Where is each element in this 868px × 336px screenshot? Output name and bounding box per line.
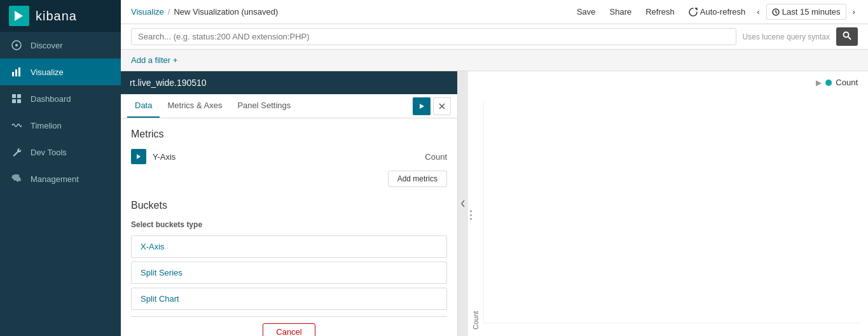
time-range-label: Last 15 minutes bbox=[782, 7, 841, 17]
sidebar-item-visualize[interactable]: Visualize bbox=[0, 59, 121, 85]
chart-content: Count bbox=[468, 94, 868, 336]
search-button[interactable] bbox=[836, 27, 858, 46]
legend-dot-count bbox=[825, 80, 832, 86]
sidebar-item-timelion-label: Timelion bbox=[31, 121, 62, 130]
tab-panel-settings-label: Panel Settings bbox=[237, 101, 291, 110]
panel-header: rt.live_wide.190510 bbox=[121, 71, 457, 94]
sidebar-item-timelion[interactable]: Timelion bbox=[0, 112, 121, 139]
tab-data-label: Data bbox=[135, 101, 152, 110]
collapse-panel-button[interactable] bbox=[458, 71, 468, 336]
chevron-left-icon bbox=[460, 200, 465, 207]
main-content: Visualize / New Visualization (unsaved) … bbox=[121, 0, 868, 336]
prev-time-button[interactable]: ‹ bbox=[754, 4, 762, 19]
bar-chart-icon bbox=[10, 66, 23, 78]
svg-marker-13 bbox=[420, 104, 424, 109]
panel-footer: Cancel bbox=[131, 316, 447, 336]
expand-icon bbox=[136, 153, 141, 160]
grid-icon bbox=[10, 92, 23, 105]
svg-line-12 bbox=[848, 37, 851, 39]
sidebar-item-dashboard[interactable]: Dashboard bbox=[0, 85, 121, 112]
share-button[interactable]: Share bbox=[605, 4, 637, 19]
svg-rect-8 bbox=[12, 99, 16, 103]
svg-rect-4 bbox=[15, 69, 17, 76]
svg-rect-6 bbox=[12, 94, 16, 98]
search-bar: Uses lucene query syntax bbox=[121, 24, 868, 50]
sidebar-item-devtools-label: Dev Tools bbox=[31, 148, 67, 157]
chart-grid bbox=[483, 100, 862, 323]
gear-icon bbox=[10, 172, 23, 185]
metric-type: Count bbox=[425, 152, 447, 162]
chart-area: ▶ Count Count bbox=[468, 71, 868, 336]
wrench-icon bbox=[10, 146, 23, 158]
buckets-subtitle: Select buckets type bbox=[131, 220, 447, 229]
viz-container: rt.live_wide.190510 Data Metrics & Axes … bbox=[121, 71, 868, 336]
legend-label-count: Count bbox=[836, 78, 858, 87]
logo-area: kibana bbox=[0, 0, 121, 32]
metrics-section-title: Metrics bbox=[131, 129, 447, 140]
refresh-button[interactable]: Refresh bbox=[640, 4, 680, 19]
buckets-section: Buckets Select buckets type X-Axis Split… bbox=[131, 200, 447, 310]
panel-tab-actions bbox=[413, 97, 451, 115]
breadcrumb-visualize-link[interactable]: Visualize bbox=[131, 7, 164, 17]
svg-rect-7 bbox=[17, 94, 21, 98]
svg-rect-9 bbox=[17, 99, 21, 103]
svg-rect-3 bbox=[12, 72, 14, 76]
legend-expand-icon: ▶ bbox=[816, 78, 822, 87]
auto-refresh-button[interactable]: Auto-refresh bbox=[684, 4, 751, 19]
breadcrumb-separator: / bbox=[168, 7, 170, 17]
metric-label: Y-Axis bbox=[153, 152, 425, 162]
metric-item-yaxis: Y-Axis Count bbox=[131, 149, 447, 164]
svg-point-11 bbox=[844, 32, 849, 38]
tab-data[interactable]: Data bbox=[127, 94, 160, 118]
search-input[interactable] bbox=[131, 28, 736, 45]
save-button[interactable]: Save bbox=[572, 4, 601, 19]
buckets-section-title: Buckets bbox=[131, 200, 447, 211]
bucket-option-xaxis[interactable]: X-Axis bbox=[131, 235, 447, 258]
svg-point-2 bbox=[15, 44, 18, 46]
time-range-button[interactable]: Last 15 minutes bbox=[766, 4, 846, 20]
index-name: rt.live_wide.190510 bbox=[130, 78, 207, 88]
kibana-logo-box bbox=[9, 6, 29, 26]
metric-expand-button[interactable] bbox=[131, 149, 146, 164]
add-filter-button[interactable]: Add a filter + bbox=[131, 55, 177, 65]
play-button[interactable] bbox=[413, 97, 431, 115]
panel-content: Metrics Y-Axis Count Add metrics Buckets… bbox=[121, 118, 457, 336]
left-panel: rt.live_wide.190510 Data Metrics & Axes … bbox=[121, 71, 458, 336]
sidebar-item-discover[interactable]: Discover bbox=[0, 32, 121, 59]
svg-marker-16 bbox=[137, 154, 141, 159]
sidebar-item-visualize-label: Visualize bbox=[31, 67, 64, 77]
close-icon bbox=[439, 103, 445, 109]
sidebar-item-management-label: Management bbox=[31, 174, 79, 184]
sidebar-item-discover-label: Discover bbox=[31, 41, 63, 50]
auto-refresh-icon bbox=[689, 8, 698, 17]
bucket-option-split-chart[interactable]: Split Chart bbox=[131, 288, 447, 310]
svg-rect-5 bbox=[18, 67, 20, 76]
sidebar-item-dashboard-label: Dashboard bbox=[31, 94, 71, 104]
bucket-option-split-series[interactable]: Split Series bbox=[131, 262, 447, 284]
add-metrics-button[interactable]: Add metrics bbox=[388, 171, 447, 187]
next-time-button[interactable]: › bbox=[850, 4, 858, 19]
filter-bar: Add a filter + bbox=[121, 50, 868, 71]
breadcrumb: Visualize / New Visualization (unsaved) bbox=[131, 7, 572, 17]
clock-icon bbox=[772, 8, 780, 16]
sidebar-item-management[interactable]: Management bbox=[0, 165, 121, 192]
sidebar: kibana Discover Visualize Dashboard Time bbox=[0, 0, 121, 336]
tab-metrics-axes[interactable]: Metrics & Axes bbox=[160, 94, 230, 118]
chart-legend: ▶ Count bbox=[468, 71, 868, 94]
search-icon bbox=[843, 31, 851, 40]
sidebar-item-devtools[interactable]: Dev Tools bbox=[0, 139, 121, 165]
svg-marker-0 bbox=[15, 11, 23, 21]
tab-panel-settings[interactable]: Panel Settings bbox=[230, 94, 298, 118]
top-actions: Save Share Refresh Auto-refresh ‹ Last 1… bbox=[572, 4, 858, 20]
kibana-logo-text: kibana bbox=[36, 9, 77, 24]
play-icon bbox=[418, 103, 425, 109]
compass-icon bbox=[10, 39, 23, 52]
cancel-button[interactable]: Cancel bbox=[263, 323, 315, 336]
top-bar: Visualize / New Visualization (unsaved) … bbox=[121, 0, 868, 24]
kibana-logo-icon bbox=[13, 10, 25, 22]
close-button[interactable] bbox=[433, 97, 451, 115]
tab-metrics-axes-label: Metrics & Axes bbox=[167, 101, 222, 110]
breadcrumb-current: New Visualization (unsaved) bbox=[174, 7, 278, 17]
wave-icon bbox=[10, 119, 23, 132]
auto-refresh-label: Auto-refresh bbox=[700, 7, 746, 17]
